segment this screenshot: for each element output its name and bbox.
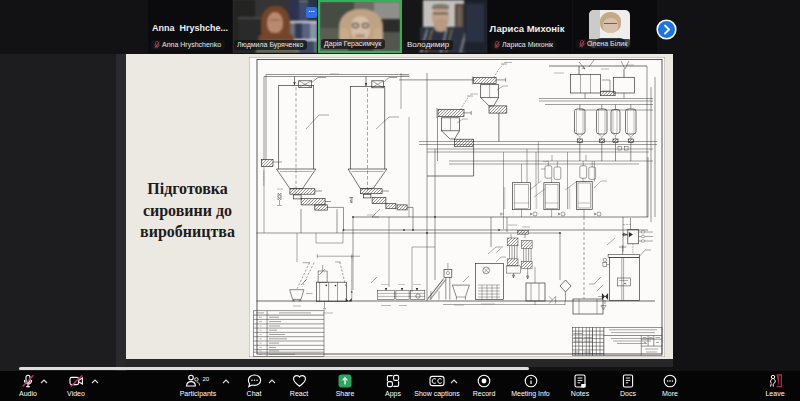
svg-text:20: 20 bbox=[203, 376, 210, 382]
